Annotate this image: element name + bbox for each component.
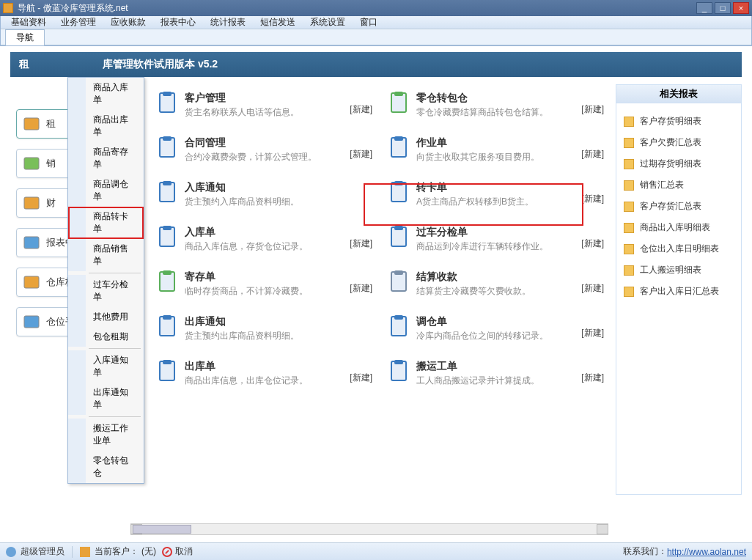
menu-2[interactable]: 应收账款 xyxy=(103,15,153,29)
menu-7[interactable]: 窗口 xyxy=(353,15,385,29)
svg-rect-0 xyxy=(24,118,39,130)
minimize-button[interactable]: _ xyxy=(696,2,712,14)
func-new-link[interactable]: [新建] xyxy=(581,148,604,161)
dropdown-item-0[interactable]: 商品入库单 xyxy=(68,78,144,110)
func-icon xyxy=(387,92,410,115)
dropdown-item-4[interactable]: 商品转卡单 xyxy=(68,207,144,239)
func-0[interactable]: 客户管理货主名称联系人电话等信息。[新建] xyxy=(155,92,375,119)
menu-4[interactable]: 统计报表 xyxy=(203,15,253,29)
dropdown-item-15[interactable]: 零仓转包仓 xyxy=(68,451,144,483)
close-button[interactable]: × xyxy=(733,2,749,14)
horizontal-scrollbar[interactable] xyxy=(130,523,608,535)
dropdown-item-8[interactable]: 其他费用 xyxy=(68,307,144,327)
report-label: 客户存货汇总表 xyxy=(640,200,701,213)
svg-rect-2 xyxy=(24,197,39,209)
func-new-link[interactable]: [新建] xyxy=(350,148,372,161)
menu-0[interactable]: 基础资料 xyxy=(4,15,54,29)
func-title: 调仓单 xyxy=(416,315,607,328)
func-title: 过车分检单 xyxy=(416,226,607,239)
scroll-thumb[interactable] xyxy=(133,525,191,534)
func-6[interactable]: 入库单商品入库信息，存货仓位记录。[新建] xyxy=(155,226,375,253)
dropdown-item-5[interactable]: 商品销售单 xyxy=(68,239,144,271)
menu-1[interactable]: 业务管理 xyxy=(54,15,103,29)
dropdown-item-12[interactable]: 出库通知单 xyxy=(68,383,144,415)
func-12[interactable]: 出库单商品出库信息，出库仓位记录。[新建] xyxy=(155,360,375,387)
dropdown-item-11[interactable]: 入库通知单 xyxy=(68,350,144,383)
dropdown-item-2[interactable]: 商品寄存单 xyxy=(68,142,144,174)
func-new-link[interactable]: [新建] xyxy=(581,372,604,384)
func-desc: 商品运到冷库进行车辆转移作业。 xyxy=(416,240,607,253)
func-2[interactable]: 合同管理合约冷藏费杂费，计算公式管理。[新建] xyxy=(155,136,375,163)
func-title: 出库通知 xyxy=(185,315,375,328)
func-new-link[interactable]: [新建] xyxy=(581,103,604,116)
func-9[interactable]: 结算收款结算货主冷藏费等欠费收款。[新建] xyxy=(387,270,607,298)
nav-icon-rent xyxy=(23,115,40,133)
menu-6[interactable]: 系统设置 xyxy=(303,15,353,29)
svg-rect-7 xyxy=(163,92,172,96)
dropdown-item-7[interactable]: 过车分检单 xyxy=(68,275,144,307)
tab-nav[interactable]: 导航 xyxy=(5,29,45,45)
func-11[interactable]: 调仓单冷库内商品仓位之间的转移记录。[新建] xyxy=(387,315,607,342)
report-item-8[interactable]: 客户出入库日汇总表 xyxy=(624,281,741,302)
func-8[interactable]: 寄存单临时存货商品，不计算冷藏费。[新建] xyxy=(155,270,375,298)
func-new-link[interactable]: [新建] xyxy=(581,193,604,205)
user-status-icon xyxy=(6,547,16,557)
func-desc: 冷库内商品仓位之间的转移记录。 xyxy=(416,330,607,342)
customer-icon xyxy=(80,547,90,557)
svg-rect-21 xyxy=(394,226,403,230)
func-icon xyxy=(155,92,179,115)
report-icon xyxy=(624,244,634,254)
func-10[interactable]: 出库通知货主预约出库商品资料明细。 xyxy=(155,315,375,342)
func-new-link[interactable]: [新建] xyxy=(350,237,372,250)
header-prefix: 租 xyxy=(19,58,29,71)
maximize-button[interactable]: □ xyxy=(715,2,731,14)
contact-label: 联系我们： xyxy=(623,545,667,558)
menu-3[interactable]: 报表中心 xyxy=(153,15,203,29)
func-new-link[interactable]: [新建] xyxy=(581,282,604,295)
report-item-2[interactable]: 过期存货明细表 xyxy=(624,153,741,174)
report-item-1[interactable]: 客户欠费汇总表 xyxy=(624,132,741,153)
func-desc: 工人商品搬运记录并计算提成。 xyxy=(416,375,607,387)
svg-rect-11 xyxy=(163,136,172,141)
report-item-5[interactable]: 商品出入库明细表 xyxy=(624,217,741,238)
dropdown-item-14[interactable]: 搬运工作业单 xyxy=(68,419,144,451)
report-icon xyxy=(624,223,634,233)
func-desc: 向货主收取其它服务项目费用。 xyxy=(416,151,607,163)
func-7[interactable]: 过车分检单商品运到冷库进行车辆转移作业。[新建] xyxy=(387,226,607,253)
report-icon xyxy=(624,159,634,169)
func-1[interactable]: 零仓转包仓零仓冷藏费结算商品转包仓结算。[新建] xyxy=(387,92,607,119)
cancel-label[interactable]: 取消 xyxy=(175,545,193,558)
menu-5[interactable]: 短信发送 xyxy=(253,15,303,29)
dropdown-item-1[interactable]: 商品出库单 xyxy=(68,110,144,142)
nav-icon-report xyxy=(23,234,40,251)
report-item-7[interactable]: 工人搬运明细表 xyxy=(624,259,741,281)
svg-rect-13 xyxy=(394,136,403,141)
func-icon xyxy=(387,136,410,160)
func-4[interactable]: 入库通知货主预约入库商品资料明细。 xyxy=(155,181,375,208)
report-item-0[interactable]: 客户存货明细表 xyxy=(624,111,741,132)
func-new-link[interactable]: [新建] xyxy=(581,237,604,250)
svg-rect-19 xyxy=(163,226,172,230)
scroll-right-arrow[interactable] xyxy=(597,524,608,534)
func-title: 寄存单 xyxy=(185,270,375,284)
func-new-link[interactable]: [新建] xyxy=(350,372,372,384)
report-item-3[interactable]: 销售汇总表 xyxy=(624,174,741,196)
report-icon xyxy=(624,265,634,276)
business-menu-dropdown[interactable]: 商品入库单商品出库单商品寄存单商品调仓单商品转卡单商品销售单过车分检单其他费用包… xyxy=(67,77,144,484)
func-3[interactable]: 作业单向货主收取其它服务项目费用。[新建] xyxy=(387,136,607,163)
dropdown-item-3[interactable]: 商品调仓单 xyxy=(68,174,144,207)
func-new-link[interactable]: [新建] xyxy=(350,282,372,295)
dropdown-item-9[interactable]: 包仓租期 xyxy=(68,327,144,347)
report-item-6[interactable]: 仓位出入库日明细表 xyxy=(624,238,741,259)
report-item-4[interactable]: 客户存货汇总表 xyxy=(624,196,741,217)
report-icon xyxy=(624,138,634,148)
nav-label: 财 xyxy=(46,196,56,210)
cancel-icon[interactable] xyxy=(162,547,172,557)
func-new-link[interactable]: [新建] xyxy=(581,327,604,339)
func-13[interactable]: 搬运工单工人商品搬运记录并计算提成。[新建] xyxy=(387,360,607,387)
customer-value: (无) xyxy=(141,545,156,558)
contact-link[interactable]: http://www.aolan.net xyxy=(667,547,746,557)
func-icon xyxy=(387,270,410,294)
func-icon xyxy=(155,315,179,339)
func-new-link[interactable]: [新建] xyxy=(350,103,372,116)
